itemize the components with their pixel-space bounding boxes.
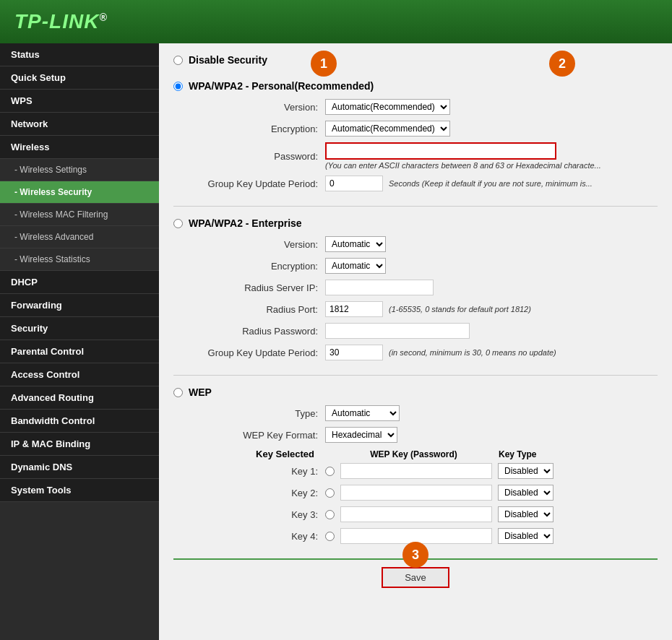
group-key-label: Group Key Update Period: — [195, 178, 325, 189]
ent-group-key-input[interactable] — [325, 345, 383, 360]
divider-2 — [173, 375, 658, 376]
group-key-hint: Seconds (Keep it default if you are not … — [389, 179, 593, 188]
disable-security-label: Disable Security — [189, 54, 267, 66]
wpa-personal-radio[interactable] — [173, 82, 183, 91]
version-label: Version: — [195, 102, 325, 113]
ent-version-select[interactable]: Automatic WPA WPA2 — [325, 236, 386, 252]
sidebar-item-forwarding[interactable]: Forwarding — [0, 294, 159, 317]
wep-key1-radio[interactable] — [325, 467, 335, 476]
sidebar-item-access-control[interactable]: Access Control — [0, 363, 159, 386]
ent-radius-port-hint: (1-65535, 0 stands for default port 1812… — [389, 305, 531, 313]
sidebar: Status Quick Setup WPS Network Wireless … — [0, 43, 159, 640]
ent-encryption-group: Encryption: Automatic TKIP AES — [173, 258, 658, 274]
wep-type-select[interactable]: Automatic Open System Shared Key — [325, 405, 400, 421]
encryption-label: Encryption: — [195, 124, 325, 134]
wep-key3-label: Key 3: — [195, 509, 325, 520]
wep-key-password-header: WEP Key (Password) — [336, 449, 491, 459]
wep-radio[interactable] — [173, 388, 183, 397]
wep-key-format-group: WEP Key Format: Hexadecimal ASCII — [173, 427, 658, 443]
sidebar-item-security[interactable]: Security — [0, 317, 159, 340]
ent-radius-pwd-input[interactable] — [325, 323, 470, 339]
divider-1 — [173, 206, 658, 207]
wep-key4-type[interactable]: Disabled64bit128bit152bit — [498, 528, 553, 544]
content-area: 1 2 Disable Security WPA/WPA2 - Personal… — [159, 43, 672, 640]
sidebar-item-dhcp[interactable]: DHCP — [0, 271, 159, 294]
wep-row: WEP — [173, 386, 658, 398]
logo: TP-LINK® — [14, 10, 108, 33]
password-hint: (You can enter ASCII characters between … — [325, 161, 601, 170]
ent-encryption-label: Encryption: — [195, 261, 325, 272]
sidebar-item-advanced-routing[interactable]: Advanced Routing — [0, 386, 159, 410]
wep-key3-radio[interactable] — [325, 510, 335, 519]
wep-key3-input[interactable] — [340, 506, 492, 522]
ent-radius-ip-label: Radius Server IP: — [195, 282, 325, 293]
disable-security-radio[interactable] — [173, 56, 183, 65]
wep-key2-input[interactable] — [340, 485, 492, 501]
wep-key1-input[interactable] — [340, 463, 492, 479]
sidebar-item-status[interactable]: Status — [0, 43, 159, 66]
save-button[interactable]: Save — [382, 567, 449, 588]
ent-radius-port-label: Radius Port: — [195, 304, 325, 315]
wep-key-format-label: WEP Key Format: — [195, 430, 325, 441]
sidebar-item-wireless-mac[interactable]: - Wireless MAC Filtering — [0, 204, 159, 226]
wpa-enterprise-radio[interactable] — [173, 219, 183, 228]
ent-radius-pwd-group: Radius Password: — [173, 323, 658, 339]
ent-radius-ip-input[interactable] — [325, 280, 434, 295]
disable-security-row: Disable Security — [173, 54, 658, 66]
ent-group-key-hint: (in second, minimum is 30, 0 means no up… — [389, 348, 556, 357]
ent-encryption-select[interactable]: Automatic TKIP AES — [325, 258, 386, 274]
sidebar-item-wireless-advanced[interactable]: - Wireless Advanced — [0, 226, 159, 248]
wep-key2-label: Key 2: — [195, 488, 325, 498]
wep-key-selected-header: Key Selected — [195, 449, 322, 459]
wep-key1-type[interactable]: Disabled64bit128bit152bit — [498, 463, 553, 479]
annotation-2: 2 — [549, 51, 575, 77]
wep-type-group: Type: Automatic Open System Shared Key — [173, 405, 658, 421]
wep-key3-type[interactable]: Disabled64bit128bit152bit — [498, 506, 553, 522]
sidebar-item-wireless-stats[interactable]: - Wireless Statistics — [0, 248, 159, 271]
sidebar-item-ip-mac[interactable]: IP & MAC Binding — [0, 433, 159, 456]
annotation-3: 3 — [402, 542, 428, 568]
sidebar-item-bandwidth[interactable]: Bandwidth Control — [0, 410, 159, 433]
ent-radius-ip-group: Radius Server IP: — [173, 280, 658, 295]
group-key-input[interactable] — [325, 176, 383, 191]
wep-key-type-header: Key Type — [499, 449, 536, 459]
encryption-group: Encryption: Automatic(Recommended) TKIP … — [173, 121, 658, 137]
version-select[interactable]: Automatic(Recommended) WPA WPA2 — [325, 99, 450, 115]
wpa-personal-label: WPA/WPA2 - Personal(Recommended) — [189, 80, 374, 92]
wep-table-header: Key Selected WEP Key (Password) Key Type — [173, 449, 658, 459]
wep-key2-row: Key 2: Disabled64bit128bit152bit — [173, 485, 658, 501]
sidebar-item-system-tools[interactable]: System Tools — [0, 479, 159, 502]
wep-key2-type[interactable]: Disabled64bit128bit152bit — [498, 485, 553, 501]
group-key-group: Group Key Update Period: Seconds (Keep i… — [173, 176, 658, 191]
ent-group-key-group: Group Key Update Period: (in second, min… — [173, 345, 658, 360]
wep-key3-row: Key 3: Disabled64bit128bit152bit — [173, 506, 658, 522]
wep-key4-label: Key 4: — [195, 531, 325, 542]
wpa-personal-row: WPA/WPA2 - Personal(Recommended) — [173, 80, 658, 92]
save-bar: 3 Save — [173, 558, 658, 595]
ent-radius-port-input[interactable] — [325, 301, 383, 317]
wep-key1-row: Key 1: Disabled64bit128bit152bit — [173, 463, 658, 479]
wep-type-label: Type: — [195, 408, 325, 419]
ent-version-label: Version: — [195, 239, 325, 250]
sidebar-item-parental[interactable]: Parental Control — [0, 340, 159, 363]
wpa-enterprise-row: WPA/WPA2 - Enterprise — [173, 217, 658, 229]
wep-key-format-select[interactable]: Hexadecimal ASCII — [325, 427, 397, 443]
sidebar-item-wireless-security[interactable]: - Wireless Security — [0, 181, 159, 204]
annotation-1: 1 — [311, 51, 337, 77]
sidebar-item-ddns[interactable]: Dynamic DNS — [0, 456, 159, 479]
sidebar-item-network[interactable]: Network — [0, 113, 159, 136]
version-group: Version: Automatic(Recommended) WPA WPA2 — [173, 99, 658, 115]
sidebar-item-wireless-settings[interactable]: - Wireless Settings — [0, 159, 159, 181]
password-input[interactable] — [325, 142, 556, 160]
sidebar-item-wps[interactable]: WPS — [0, 90, 159, 113]
header: TP-LINK® — [0, 0, 672, 43]
ent-radius-port-group: Radius Port: (1-65535, 0 stands for defa… — [173, 301, 658, 317]
ent-group-key-label: Group Key Update Period: — [195, 347, 325, 358]
ent-radius-pwd-label: Radius Password: — [195, 326, 325, 337]
wep-key2-radio[interactable] — [325, 488, 335, 498]
wep-key1-label: Key 1: — [195, 466, 325, 477]
sidebar-item-wireless[interactable]: Wireless — [0, 136, 159, 159]
encryption-select[interactable]: Automatic(Recommended) TKIP AES — [325, 121, 450, 137]
wep-key4-radio[interactable] — [325, 532, 335, 541]
sidebar-item-quicksetup[interactable]: Quick Setup — [0, 66, 159, 90]
